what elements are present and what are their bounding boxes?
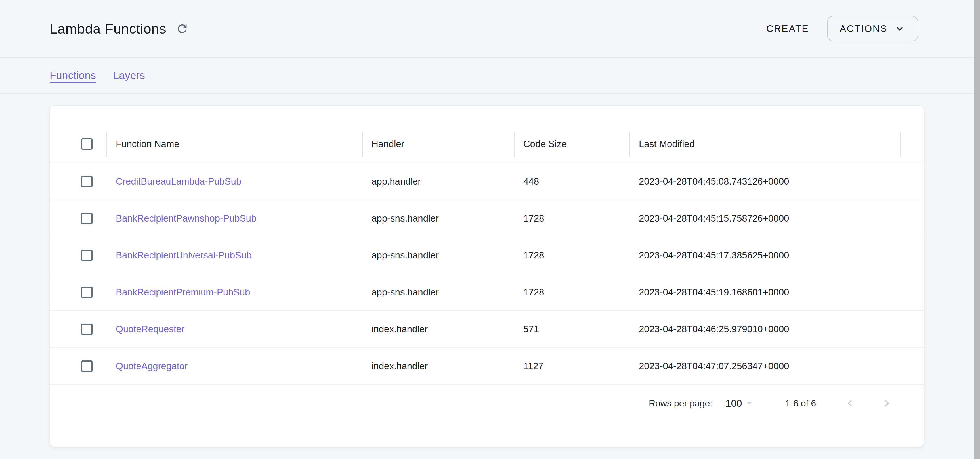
handler-cell: index.handler [362,361,514,371]
row-checkbox[interactable] [81,250,92,261]
last-modified-cell: 2023-04-28T04:45:15.758726+0000 [629,213,900,224]
next-page-button[interactable] [878,395,896,412]
last-modified-cell: 2023-04-28T04:45:08.743126+0000 [629,176,900,187]
actions-button-label: ACTIONS [840,23,888,34]
tab-layers[interactable]: Layers [113,70,145,81]
column-header-end-divider [900,125,924,163]
vertical-scrollbar[interactable] [974,0,980,459]
function-name-link[interactable]: BankRecipientPremium-PubSub [106,287,362,298]
last-modified-cell: 2023-04-28T04:47:07.256347+0000 [629,361,900,371]
row-checkbox[interactable] [81,360,92,372]
row-checkbox-cell [50,287,106,298]
pagination-bar: Rows per page: 100 1-6 of 6 [50,385,924,422]
pagination-range-label: 1-6 of 6 [785,398,816,409]
table-row: BankRecipientPremium-PubSub app-sns.hand… [50,274,924,311]
table-row: QuoteAggregator index.handler 1127 2023-… [50,348,924,385]
code-size-cell: 571 [514,324,629,335]
column-header-last-modified: Last Modified [629,125,900,163]
chevron-right-icon [880,397,893,410]
row-checkbox[interactable] [81,176,92,187]
tabs-bar: Functions Layers [0,57,974,94]
table-row: CreditBureauLambda-PubSub app.handler 44… [50,163,924,200]
chevron-left-icon [843,397,856,410]
code-size-cell: 1127 [514,361,629,371]
handler-cell: app-sns.handler [362,287,514,298]
function-name-link[interactable]: BankRecipientPawnshop-PubSub [106,213,362,224]
row-checkbox-cell [50,324,106,335]
select-all-checkbox[interactable] [81,138,92,150]
actions-button[interactable]: ACTIONS [827,16,918,41]
page-title: Lambda Functions [50,21,166,37]
tab-functions[interactable]: Functions [50,70,96,81]
select-all-cell [50,138,106,150]
function-name-link[interactable]: CreditBureauLambda-PubSub [106,176,362,187]
code-size-cell: 1728 [514,213,629,224]
chevron-down-icon [894,23,906,35]
last-modified-cell: 2023-04-28T04:46:25.979010+0000 [629,324,900,335]
row-checkbox[interactable] [81,213,92,224]
row-checkbox-cell [50,250,106,261]
last-modified-cell: 2023-04-28T04:45:17.385625+0000 [629,250,900,261]
last-modified-cell: 2023-04-28T04:45:19.168601+0000 [629,287,900,298]
column-header-handler: Handler [362,125,514,163]
row-checkbox[interactable] [81,287,92,298]
handler-cell: app.handler [362,176,514,187]
code-size-cell: 1728 [514,250,629,261]
table-row: BankRecipientUniversal-PubSub app-sns.ha… [50,237,924,274]
create-button[interactable]: CREATE [766,23,809,34]
handler-cell: app-sns.handler [362,213,514,224]
handler-cell: index.handler [362,324,514,335]
arrow-dropdown-icon[interactable] [744,398,754,408]
row-checkbox[interactable] [81,324,92,335]
table-row: QuoteRequester index.handler 571 2023-04… [50,311,924,348]
table-body: CreditBureauLambda-PubSub app.handler 44… [50,163,924,385]
row-checkbox-cell [50,213,106,224]
code-size-cell: 448 [514,176,629,187]
row-checkbox-cell [50,360,106,372]
row-checkbox-cell [50,176,106,187]
refresh-button[interactable] [175,21,189,36]
function-name-link[interactable]: BankRecipientUniversal-PubSub [106,250,362,261]
functions-table-card: Function Name Handler Code Size Last Mod… [50,106,924,447]
code-size-cell: 1728 [514,287,629,298]
rows-per-page-select[interactable]: 100 [725,398,742,409]
column-header-code-size: Code Size [514,125,629,163]
column-header-function-name: Function Name [106,125,362,163]
function-name-link[interactable]: QuoteAggregator [106,361,362,371]
previous-page-button[interactable] [842,395,859,412]
rows-per-page-label: Rows per page: [649,398,713,409]
handler-cell: app-sns.handler [362,250,514,261]
refresh-icon [176,22,189,35]
table-header-row: Function Name Handler Code Size Last Mod… [50,125,924,163]
top-bar: Lambda Functions CREATE ACTIONS [0,0,974,57]
table-row: BankRecipientPawnshop-PubSub app-sns.han… [50,200,924,237]
function-name-link[interactable]: QuoteRequester [106,324,362,335]
